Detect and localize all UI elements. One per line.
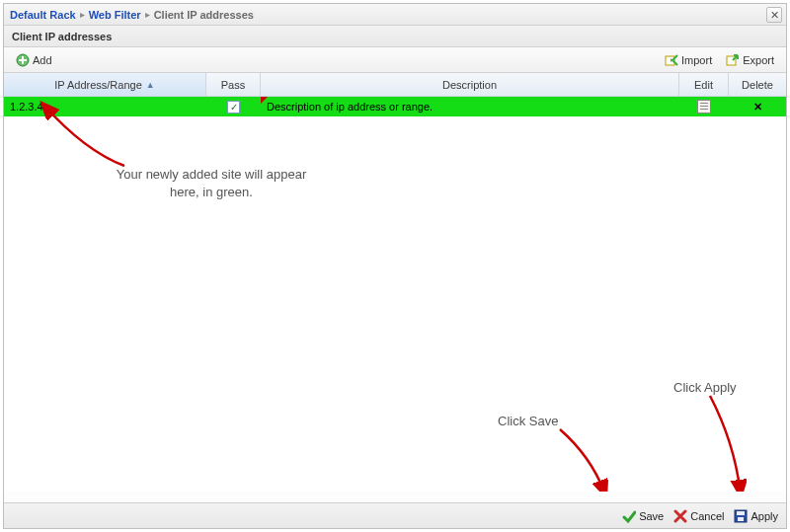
column-header-ip-label: IP Address/Range (54, 79, 141, 91)
column-header-ip[interactable]: IP Address/Range ▲ (4, 73, 206, 96)
cancel-button[interactable]: Cancel (673, 509, 724, 523)
import-button[interactable]: Import (659, 51, 718, 69)
column-header-description-label: Description (442, 79, 497, 91)
export-icon (726, 53, 740, 67)
arrow-icon (552, 427, 621, 492)
edit-icon (697, 100, 711, 114)
grid-header: IP Address/Range ▲ Pass Description Edit… (4, 73, 786, 97)
dirty-marker-icon (261, 97, 268, 104)
cell-ip-value: 1.2.3.4 (10, 101, 43, 113)
breadcrumb-root[interactable]: Default Rack (10, 9, 76, 21)
column-header-description[interactable]: Description (261, 73, 679, 96)
breadcrumb-current: Client IP addresses (154, 9, 254, 21)
column-header-edit-label: Edit (694, 79, 713, 91)
import-icon (665, 53, 678, 67)
cell-ip[interactable]: 1.2.3.4 (4, 97, 206, 116)
cell-delete[interactable]: ✕ (729, 97, 786, 116)
close-icon: ✕ (770, 9, 779, 22)
arrow-icon (695, 394, 764, 492)
column-header-edit[interactable]: Edit (679, 73, 729, 96)
export-button[interactable]: Export (720, 51, 780, 69)
annotation-click-save: Click Save (498, 413, 558, 430)
annotation-new-row: Your newly added site will appear here, … (83, 166, 340, 200)
cell-description[interactable]: Description of ip address or range. (261, 97, 679, 116)
column-header-delete[interactable]: Delete (729, 73, 786, 96)
column-header-pass-label: Pass (221, 79, 245, 91)
dialog-window: Default Rack ▸ Web Filter ▸ Client IP ad… (3, 3, 787, 529)
column-header-pass[interactable]: Pass (206, 73, 261, 96)
close-button[interactable]: ✕ (766, 7, 782, 23)
delete-icon: ✕ (753, 101, 762, 114)
breadcrumb-web-filter[interactable]: Web Filter (89, 9, 141, 21)
breadcrumb-sep-icon: ▸ (145, 9, 150, 20)
save-label: Save (639, 510, 664, 522)
grid-body: 1.2.3.4 ✓ Description of ip address or r… (4, 97, 786, 492)
column-header-delete-label: Delete (742, 79, 773, 91)
sort-asc-icon: ▲ (146, 80, 155, 90)
import-label: Import (681, 54, 712, 66)
svg-rect-4 (737, 511, 745, 515)
add-icon (16, 53, 30, 67)
apply-disk-icon (734, 509, 748, 523)
pass-checkbox[interactable]: ✓ (227, 101, 240, 114)
cell-pass[interactable]: ✓ (206, 97, 261, 116)
annotation-click-apply: Click Apply (673, 379, 737, 397)
cancel-x-icon (673, 509, 687, 523)
breadcrumb-sep-icon: ▸ (80, 9, 85, 20)
cell-edit[interactable] (679, 97, 729, 116)
table-row[interactable]: 1.2.3.4 ✓ Description of ip address or r… (4, 97, 786, 116)
cancel-label: Cancel (690, 510, 724, 522)
save-button[interactable]: Save (622, 509, 664, 523)
apply-label: Apply (750, 510, 778, 522)
panel-title: Client IP addresses (4, 26, 786, 47)
cell-description-value: Description of ip address or range. (267, 101, 433, 113)
toolbar: Add Import Export (4, 47, 786, 73)
export-label: Export (743, 54, 774, 66)
panel-title-text: Client IP addresses (12, 31, 112, 42)
svg-rect-5 (738, 517, 744, 521)
check-icon: ✓ (230, 102, 238, 113)
apply-button[interactable]: Apply (734, 509, 778, 523)
save-check-icon (622, 509, 636, 523)
add-button[interactable]: Add (10, 51, 58, 69)
breadcrumb: Default Rack ▸ Web Filter ▸ Client IP ad… (4, 4, 786, 26)
footer-bar: Save Cancel Apply (4, 502, 786, 528)
add-label: Add (33, 54, 52, 66)
